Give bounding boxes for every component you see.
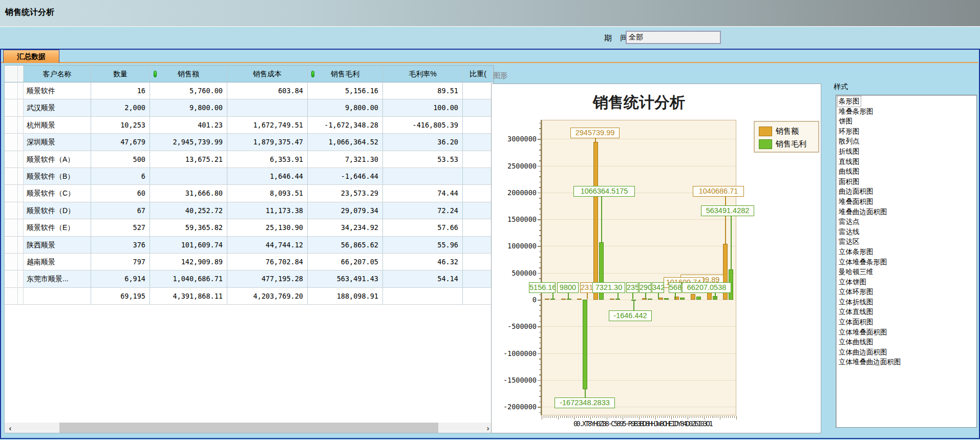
- style-list-item[interactable]: 立体环形图: [838, 287, 875, 297]
- table-row[interactable]: 顺景软件（C）6031,666.808,093.5123,573.2974.44: [5, 185, 494, 202]
- y-minor-tick: [539, 359, 542, 360]
- table-row[interactable]: 越南顺景797142,909.8976,702.8466,207.0546.32: [5, 254, 494, 270]
- style-list-item[interactable]: 散列点: [838, 136, 861, 146]
- style-list-item[interactable]: 立体饼图: [838, 277, 867, 287]
- style-list-item[interactable]: 立体堆叠条形图: [838, 257, 888, 267]
- style-list-item[interactable]: 立体堆叠曲边面积图: [838, 357, 902, 367]
- cell: 101,609.74: [150, 237, 227, 254]
- table-row[interactable]: 顺景软件（A）50013,675.216,353.917,321.3053.53: [5, 151, 494, 168]
- style-list-item[interactable]: 雷达线: [838, 227, 861, 237]
- row-selector-cell[interactable]: [5, 168, 18, 185]
- style-list-item[interactable]: 立体直线图: [838, 307, 875, 317]
- row-selector-cell[interactable]: [5, 202, 18, 219]
- cell: 100.00: [383, 99, 463, 116]
- table-row[interactable]: 陕西顺景376101,609.7444,744.1256,865.6255.96: [5, 237, 494, 254]
- x-tick: [572, 416, 572, 418]
- style-list-item[interactable]: 立体曲边面积图: [838, 347, 888, 358]
- style-list-item[interactable]: 曲边面积图: [838, 186, 875, 197]
- table-row[interactable]: 深圳顺景47,6792,945,739.991,879,375.471,066,…: [5, 134, 494, 151]
- y-minor-tick: [539, 364, 542, 365]
- style-list-item[interactable]: 直线图: [838, 157, 861, 167]
- row-selector-cell[interactable]: [18, 270, 24, 287]
- x-tick: [677, 416, 678, 418]
- row-selector-cell[interactable]: [5, 151, 18, 168]
- column-header-4[interactable]: 销售毛利: [308, 66, 383, 82]
- table-row[interactable]: 顺景软件165,760.00603.845,156.1689.51: [5, 82, 494, 99]
- row-selector-cell[interactable]: [5, 117, 18, 134]
- table-row[interactable]: 69,1954,391,868.114,203,769.20188,098.91: [5, 288, 494, 305]
- cell: [463, 288, 494, 305]
- tab-summary-data[interactable]: 汇总数据: [3, 50, 59, 63]
- style-list-item[interactable]: 堆叠面积图: [838, 197, 875, 207]
- bar-sales-7: [658, 298, 663, 300]
- row-selector-cell[interactable]: [5, 185, 18, 202]
- row-selector-cell[interactable]: [18, 168, 24, 185]
- style-list-item[interactable]: 立体面积图: [838, 317, 875, 327]
- row-selector-cell[interactable]: [5, 219, 18, 236]
- period-input[interactable]: [626, 31, 721, 44]
- x-tick: [686, 416, 686, 418]
- table-row[interactable]: 顺景软件（D）6740,252.7211,173.3829,079.3472.2…: [5, 202, 494, 219]
- row-selector-cell[interactable]: [18, 185, 24, 202]
- x-tick: [616, 416, 617, 418]
- style-list-item[interactable]: 雷达区: [838, 237, 861, 247]
- style-list-item[interactable]: 面积图: [838, 177, 861, 187]
- cell: 杭州顺景: [24, 117, 91, 134]
- style-list-item[interactable]: 堆叠条形图: [838, 107, 875, 117]
- column-header-5[interactable]: 毛利率%: [383, 66, 463, 82]
- cell: 563,491.43: [308, 270, 383, 287]
- style-list-item[interactable]: 折线图: [838, 146, 861, 157]
- style-list-item[interactable]: 立体条形图: [838, 247, 875, 257]
- column-header-6[interactable]: 比重(: [463, 66, 494, 82]
- table-row[interactable]: 顺景软件（B）61,646.44-1,646.44: [5, 168, 494, 185]
- scroll-thumb[interactable]: [59, 423, 438, 433]
- x-tick: [580, 416, 581, 418]
- row-selector-cell[interactable]: [18, 151, 24, 168]
- style-list-item[interactable]: 曲线图: [838, 166, 861, 177]
- row-selector-cell[interactable]: [18, 134, 24, 151]
- style-list-item[interactable]: 立体曲线图: [838, 337, 875, 347]
- row-selector-cell[interactable]: [5, 82, 18, 99]
- row-selector-cell[interactable]: [18, 99, 24, 116]
- row-selector-cell[interactable]: [18, 82, 24, 99]
- x-tick: [631, 416, 631, 418]
- column-header-3[interactable]: 销售成本: [227, 66, 308, 82]
- row-selector-cell[interactable]: [18, 219, 24, 236]
- y-minor-tick: [539, 246, 542, 247]
- callout-connector: [715, 293, 716, 299]
- style-list-item[interactable]: 堆叠曲边面积图: [838, 207, 888, 217]
- y-minor-tick: [539, 230, 542, 231]
- callout-connector: [595, 138, 596, 142]
- style-list-item[interactable]: 立体折线图: [838, 297, 875, 307]
- row-selector-cell[interactable]: [18, 237, 24, 254]
- column-header-2[interactable]: 销售额: [150, 66, 227, 82]
- row-selector-cell[interactable]: [5, 270, 18, 287]
- x-tick: [599, 416, 599, 418]
- style-list-item[interactable]: 环形图: [838, 127, 861, 137]
- style-list-item[interactable]: 曼哈顿三维: [838, 267, 875, 277]
- row-selector-cell[interactable]: [18, 254, 24, 270]
- row-selector-cell[interactable]: [5, 237, 18, 254]
- row-selector-cell[interactable]: [5, 254, 18, 270]
- row-selector-cell[interactable]: [18, 117, 24, 134]
- column-header-0[interactable]: 客户名称: [24, 66, 91, 82]
- horizontal-scrollbar[interactable]: ‹ ›: [5, 423, 494, 433]
- row-selector-cell[interactable]: [5, 99, 18, 116]
- table-row[interactable]: 武汉顺景2,0009,800.009,800.00100.00: [5, 99, 494, 116]
- style-list-item[interactable]: 条形图: [838, 96, 861, 107]
- cell: 500: [91, 151, 150, 168]
- scroll-left-button[interactable]: ‹: [5, 423, 16, 433]
- table-row[interactable]: 东莞市顺景...6,9141,040,686.71477,195.28563,4…: [5, 270, 494, 287]
- row-selector-cell[interactable]: [18, 202, 24, 219]
- style-list-item[interactable]: 雷达点: [838, 217, 861, 227]
- row-selector-cell[interactable]: [5, 288, 18, 305]
- style-list-item[interactable]: 立体堆叠面积图: [838, 327, 888, 338]
- style-list-item[interactable]: 饼图: [838, 116, 854, 127]
- table-row[interactable]: 杭州顺景10,253401.231,672,749.51-1,672,348.2…: [5, 117, 494, 134]
- table-row[interactable]: 顺景软件（E）52759,365.8225,130.9034,234.9257.…: [5, 219, 494, 236]
- row-selector-cell[interactable]: [5, 134, 18, 151]
- cell: 527: [91, 219, 150, 236]
- row-selector-cell[interactable]: [18, 288, 24, 305]
- callout-label: 235: [626, 282, 638, 293]
- column-header-1[interactable]: 数量: [91, 66, 150, 82]
